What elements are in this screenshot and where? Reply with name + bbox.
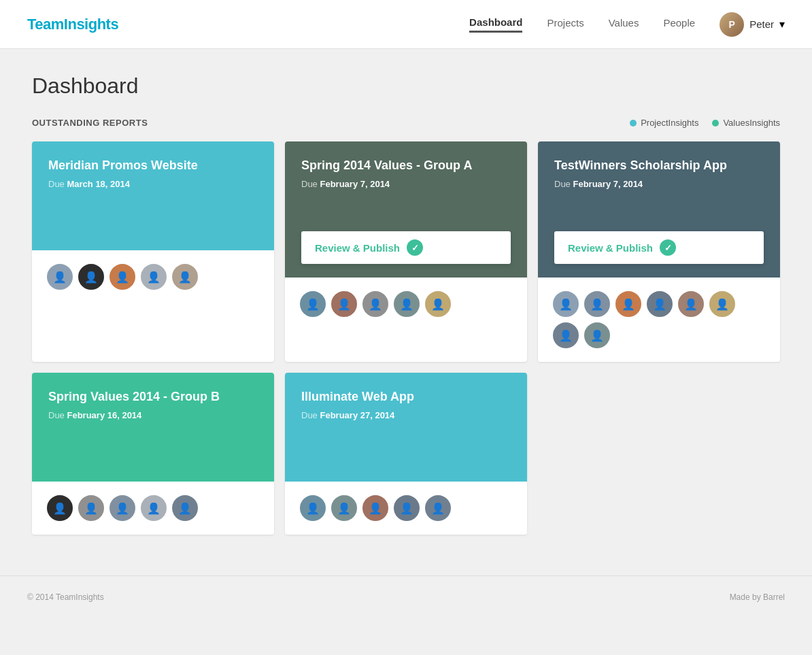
- card-spring-a-bottom: 👤 👤 👤 👤 👤: [285, 278, 527, 331]
- card-spring-b-avatars: 👤 👤 👤 👤 👤: [46, 494, 260, 522]
- avatar: 👤: [361, 290, 390, 318]
- card-spring-group-a: Spring 2014 Values - Group A Due Februar…: [285, 141, 527, 362]
- avatar: 👤: [552, 321, 580, 350]
- card-testwinners-top: TestWinners Scholarship App Due February…: [538, 141, 780, 278]
- avatar: 👤: [330, 290, 358, 318]
- card-testwinners-avatars: 👤 👤 👤 👤 👤 👤 👤 👤: [552, 290, 766, 350]
- review-publish-button-a[interactable]: Review & Publish ✓: [301, 231, 511, 264]
- legend-label-project: ProjectInsights: [641, 118, 698, 128]
- avatar: 👤: [46, 494, 74, 522]
- review-publish-button-b[interactable]: Review & Publish ✓: [554, 231, 764, 264]
- cards-row2: Spring Values 2014 - Group B Due Februar…: [32, 373, 780, 535]
- section-label: Outstanding Reports: [32, 118, 148, 128]
- review-publish-label-a: Review & Publish: [315, 242, 400, 254]
- avatar: 👤: [330, 494, 358, 522]
- avatar: 👤: [299, 494, 327, 522]
- main-content: Dashboard Outstanding Reports ProjectIns…: [32, 49, 780, 575]
- avatar: 👤: [299, 290, 327, 318]
- nav-link-people[interactable]: People: [663, 17, 695, 31]
- footer: © 2014 TeamInsights Made by Barrel: [0, 575, 812, 618]
- footer-credit: Made by Barrel: [730, 592, 785, 602]
- legend-dot-values: [712, 120, 719, 127]
- card-spring-b-top: Spring Values 2014 - Group B Due Februar…: [32, 373, 274, 482]
- footer-copyright: © 2014 TeamInsights: [27, 592, 104, 602]
- card-illuminate-due: Due February 27, 2014: [301, 410, 511, 420]
- card-illuminate-avatars: 👤 👤 👤 👤 👤: [299, 494, 513, 522]
- card-spring-b-bottom: 👤 👤 👤 👤 👤: [32, 482, 274, 535]
- dropdown-icon: ▾: [779, 18, 785, 31]
- empty-slot: [538, 373, 780, 535]
- navbar: TeamInsights Dashboard Projects Values P…: [0, 0, 812, 49]
- avatar: 👤: [424, 290, 452, 318]
- avatar: 👤: [552, 290, 580, 318]
- card-spring-group-a-top: Spring 2014 Values - Group A Due Februar…: [285, 141, 527, 278]
- avatar: 👤: [108, 263, 137, 291]
- card-illuminate: Illuminate Web App Due February 27, 2014…: [285, 373, 527, 535]
- avatar: 👤: [171, 494, 199, 522]
- section-header: Outstanding Reports ProjectInsights Valu…: [32, 118, 780, 128]
- card-illuminate-bottom: 👤 👤 👤 👤 👤: [285, 482, 527, 535]
- card-illuminate-top: Illuminate Web App Due February 27, 2014: [285, 373, 527, 482]
- avatar: 👤: [677, 290, 705, 318]
- card-testwinners-due: Due February 7, 2014: [554, 179, 764, 189]
- logo[interactable]: TeamInsights: [27, 16, 118, 33]
- avatar: 👤: [361, 494, 390, 522]
- nav-link-values[interactable]: Values: [609, 17, 639, 31]
- avatar: 👤: [139, 494, 168, 522]
- card-meridian-due: Due March 18, 2014: [48, 179, 258, 189]
- review-publish-label-b: Review & Publish: [568, 242, 653, 254]
- card-spring-a-title: Spring 2014 Values - Group A: [301, 158, 511, 173]
- avatar: 👤: [77, 494, 105, 522]
- avatar: P: [720, 12, 744, 37]
- avatar: 👤: [614, 290, 643, 318]
- legend-project: ProjectInsights: [630, 118, 698, 128]
- check-icon-b: ✓: [660, 239, 676, 256]
- card-testwinners-title: TestWinners Scholarship App: [554, 158, 764, 173]
- legend: ProjectInsights ValuesInsights: [630, 118, 780, 128]
- avatar: 👤: [583, 290, 611, 318]
- page-title: Dashboard: [32, 73, 780, 99]
- legend-label-values: ValuesInsights: [723, 118, 780, 128]
- card-spring-b-title: Spring Values 2014 - Group B: [48, 389, 258, 405]
- avatar: 👤: [108, 494, 137, 522]
- avatar: 👤: [77, 263, 105, 291]
- nav-links: Dashboard Projects Values People P Peter…: [469, 12, 785, 37]
- avatar: 👤: [583, 321, 611, 350]
- card-meridian-top: Meridian Promos Website Due March 18, 20…: [32, 141, 274, 250]
- username: Peter: [749, 18, 774, 30]
- card-testwinners: TestWinners Scholarship App Due February…: [538, 141, 780, 362]
- nav-link-projects[interactable]: Projects: [547, 17, 583, 31]
- card-spring-b-due: Due February 16, 2014: [48, 410, 258, 420]
- user-menu[interactable]: P Peter ▾: [720, 12, 785, 37]
- legend-values: ValuesInsights: [712, 118, 780, 128]
- card-meridian-bottom: 👤 👤 👤 👤 👤: [32, 250, 274, 303]
- avatar: 👤: [392, 290, 421, 318]
- card-meridian: Meridian Promos Website Due March 18, 20…: [32, 141, 274, 362]
- check-icon-a: ✓: [407, 239, 423, 256]
- card-testwinners-bottom: 👤 👤 👤 👤 👤 👤 👤 👤: [538, 278, 780, 362]
- nav-link-dashboard[interactable]: Dashboard: [469, 16, 522, 33]
- avatar: 👤: [424, 494, 452, 522]
- avatar: 👤: [46, 263, 74, 291]
- cards-grid: Meridian Promos Website Due March 18, 20…: [32, 141, 780, 362]
- card-illuminate-title: Illuminate Web App: [301, 389, 511, 405]
- card-spring-group-b: Spring Values 2014 - Group B Due Februar…: [32, 373, 274, 535]
- card-spring-a-due: Due February 7, 2014: [301, 179, 511, 189]
- avatar: 👤: [645, 290, 674, 318]
- avatar: 👤: [708, 290, 737, 318]
- card-meridian-avatars: 👤 👤 👤 👤 👤: [46, 263, 260, 291]
- legend-dot-project: [630, 120, 637, 127]
- card-spring-a-avatars: 👤 👤 👤 👤 👤: [299, 290, 513, 318]
- avatar: 👤: [171, 263, 199, 291]
- avatar: 👤: [139, 263, 168, 291]
- avatar: 👤: [392, 494, 421, 522]
- card-meridian-title: Meridian Promos Website: [48, 158, 258, 173]
